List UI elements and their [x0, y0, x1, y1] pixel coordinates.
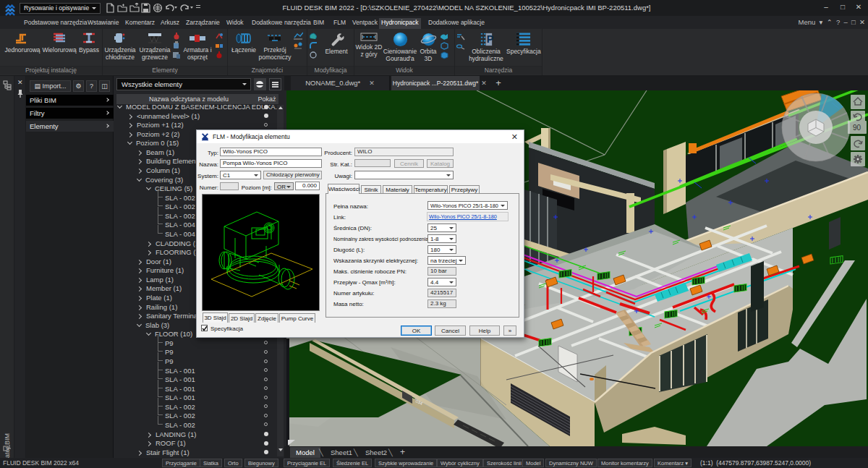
svg-text:90: 90 — [853, 124, 861, 132]
svg-text:P: P — [486, 33, 493, 45]
